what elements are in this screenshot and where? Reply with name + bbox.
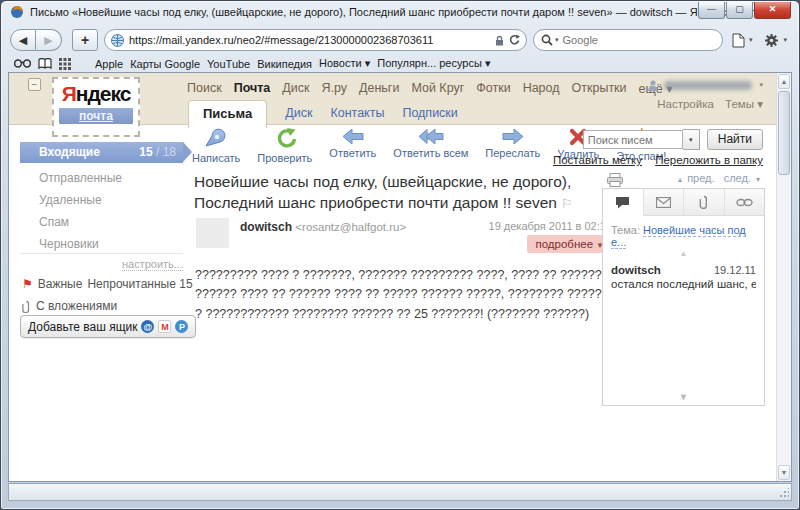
sidebar-item-spam[interactable]: Спам [39,215,69,229]
service-fotki[interactable]: Фотки [476,81,510,96]
service-mail[interactable]: Почта [234,81,271,96]
thread-panel: Тема: Новейшие часы под е... ▲ dowitsch … [602,188,765,406]
scroll-up-button[interactable]: ▲ [778,74,790,89]
filter-attachments[interactable]: С вложениями [36,299,117,313]
bookmark-news-folder[interactable]: Новости ▾ [319,57,370,70]
move-to-folder-link[interactable]: Переложить в папку [655,154,763,166]
reply-button[interactable]: Ответить [329,128,376,164]
tab-links[interactable] [725,189,765,215]
service-narod[interactable]: Народ [523,81,560,96]
bookmark-wikipedia[interactable]: Википедия [257,58,312,70]
yandex-logo[interactable]: Яндекс почта [52,77,140,137]
thread-caret-down-icon[interactable]: ▼ [603,392,764,402]
scroll-thumb[interactable] [778,91,790,175]
message-subject: Новейшие часы под елку, (швейцарские, не… [194,172,602,214]
print-icon[interactable] [607,173,623,187]
service-money[interactable]: Деньги [359,81,399,96]
reply-all-button[interactable]: Ответить всем [393,128,468,164]
page-scrollbar[interactable]: ▲ ▼ [776,73,791,481]
sidebar-item-sent[interactable]: Отправленные [39,171,122,185]
bookmark-google-maps[interactable]: Карты Google [130,58,200,70]
envelope-icon [656,197,671,208]
prev-link[interactable]: пред. [687,172,714,184]
bookmarks-bar: Apple Карты Google YouTube Википедия Нов… [8,55,792,72]
speech-bubble-icon [615,196,630,209]
close-button[interactable]: ✕ [754,2,791,19]
browser-search[interactable]: ▾ [533,29,723,51]
filter-important[interactable]: Важные [38,277,83,291]
configure-folders-link[interactable]: настроить... [20,253,183,270]
gear-icon[interactable]: ▾ [761,31,790,50]
gmail-icon: M [158,320,171,333]
scroll-down-button[interactable]: ▼ [778,465,790,480]
web-search-input[interactable] [562,34,714,46]
resize-grip[interactable] [779,488,789,498]
sidebar-item-deleted[interactable]: Удаленные [39,193,102,207]
themes-link[interactable]: Темы ▾ [725,98,763,110]
sender-email: <rosantz@halfgot.ru> [295,221,406,233]
reading-glasses-icon[interactable] [14,59,31,68]
next-link[interactable]: след. [724,172,751,184]
mark-links: Поставить метку Переложить в папку [543,154,763,166]
service-disk[interactable]: Диск [282,81,309,96]
page-actions-button[interactable]: ▾ [729,31,756,50]
forward-button-mail[interactable]: Переслать [485,128,540,164]
tab-subscriptions[interactable]: Подписки [402,106,457,127]
mail-search-dropdown[interactable]: ▾ [683,129,700,150]
user-dropdown-arrow[interactable]: ▾ [759,81,763,89]
back-button[interactable]: ◀ [10,29,36,51]
thread-list-item[interactable]: dowitsch 19.12.11 остался последний шанс… [603,258,764,290]
lock-icon [495,35,504,46]
attachment-clip-icon [22,300,31,313]
service-yaru[interactable]: Я.ру [321,81,347,96]
tab-thread[interactable] [603,189,644,216]
subject-flag-icon[interactable]: ⚐ [561,196,573,211]
settings-link[interactable]: Настройка [657,98,714,110]
filter-important-unread: ⚑ Важные Непрочитанные 15 [22,277,193,291]
service-otkrytki[interactable]: Открытки [572,81,627,96]
minimize-button[interactable]: — [698,2,725,19]
tab-letters[interactable]: Письма [188,100,267,128]
paperclip-icon [699,195,709,209]
bookmark-youtube[interactable]: YouTube [207,58,250,70]
sidebar-item-inbox[interactable]: Входящие 15 / 18 [20,142,183,163]
reload-icon[interactable] [508,34,520,46]
details-toggle[interactable]: подробнее▼ [527,235,612,253]
titlebar[interactable]: Письмо «Новейшие часы под елку, (швейцар… [1,1,799,23]
bookmark-apple[interactable]: Apple [95,58,123,70]
add-mailbox-button[interactable]: Добавьте ваш ящик @ M Ρ [20,315,196,338]
maximize-button[interactable]: ▢ [726,2,753,19]
grid-icon[interactable] [59,58,71,70]
filter-unread[interactable]: Непрочитанные 15 [87,277,192,291]
forward-mail-icon [502,128,524,145]
user-email-blurred[interactable] [664,81,752,90]
yandex-mail-label[interactable]: почта [59,108,133,124]
sidebar-item-drafts[interactable]: Черновики [39,237,99,251]
set-label-link[interactable]: Поставить метку [553,154,642,166]
check-mail-button[interactable]: Проверить [257,128,312,164]
tab-contacts[interactable]: Контакты [330,106,384,127]
thread-caret-up-icon: ▲ [603,250,764,258]
tab-same-sender[interactable] [644,189,685,215]
status-bar [8,483,792,501]
reply-icon [342,128,364,145]
forward-button[interactable]: ▶ [36,29,62,51]
bookmark-popular-folder[interactable]: Популярн... ресурсы ▾ [377,57,490,70]
collapse-sidebar-button[interactable]: − [28,78,41,91]
filter-attachments-row: С вложениями [22,299,117,313]
new-tab-button[interactable]: + [72,29,98,51]
search-engine-icon[interactable]: ▾ [541,34,559,46]
url-bar[interactable] [104,29,527,51]
bookmarks-book-icon[interactable] [38,58,52,69]
tab-attachments[interactable] [684,189,725,215]
mail-search-input[interactable] [583,130,683,149]
service-search[interactable]: Поиск [187,81,222,96]
service-moikrug[interactable]: Мой Круг [411,81,464,96]
rambler-icon: Ρ [175,320,188,333]
find-button[interactable]: Найти [707,129,763,150]
url-input[interactable] [129,34,491,46]
compose-button[interactable]: Написать [192,128,240,164]
mail-search-area: ▾ Найти [583,129,763,150]
browser-window: Письмо «Новейшие часы под елку, (швейцар… [0,0,800,510]
tab-disk[interactable]: Диск [285,106,312,127]
